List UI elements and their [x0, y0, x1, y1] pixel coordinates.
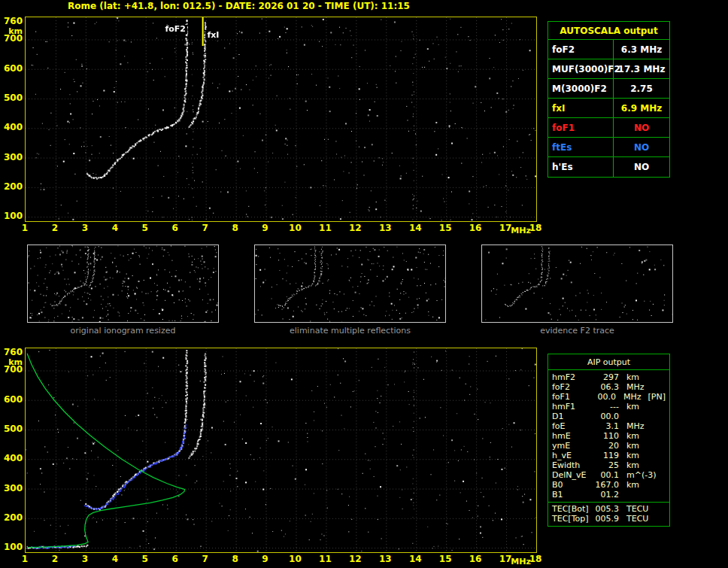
aip-row-note [651, 372, 666, 382]
aip-row: foE3.1MHz [548, 421, 669, 431]
autoscala-row-label: ftEs [548, 138, 614, 156]
x-tick-label: 16 [469, 223, 482, 233]
aip-row-value: 297 [594, 372, 619, 382]
aip-row-note [651, 441, 666, 451]
autoscala-output-table: AUTOSCALA output foF26.3 MHzMUF(3000)F21… [548, 21, 670, 178]
aip-row-note [651, 490, 666, 500]
aip-row-note [651, 470, 666, 480]
panel-original-ionogram [27, 245, 219, 323]
x-tick-label: 16 [469, 554, 482, 564]
aip-tec-unit: TECU [619, 504, 657, 514]
x-tick-label: 7 [202, 223, 208, 233]
x-tick-label: 18 [529, 554, 542, 564]
aip-row-label: hmF1 [552, 402, 594, 412]
aip-row: foF100.0MHz[PN] [548, 392, 669, 402]
x-tick-label: 10 [289, 223, 302, 233]
autoscala-row-value: NO [614, 118, 669, 137]
aip-row: Ewidth25km [548, 460, 669, 470]
x-tick-label: 18 [529, 223, 542, 233]
y-tick-label: 200 [0, 513, 23, 523]
aip-row-value: --- [594, 402, 619, 412]
aip-row-value: 25 [594, 460, 619, 470]
aip-tec-row: TEC[Top]005.9TECU [548, 514, 669, 524]
x-tick-label: 3 [82, 554, 88, 564]
aip-row-label: B0 [552, 480, 594, 490]
trace-annotation-label: fxI [205, 31, 220, 40]
autoscala-row-value: 6.9 MHz [614, 99, 669, 117]
y-tick-label: 300 [0, 484, 23, 494]
aip-row: foF206.3MHz [548, 382, 669, 392]
panel-caption-original: original ionogram resized [27, 326, 219, 336]
x-tick-label: 17 [499, 554, 512, 564]
panel-original-ionogram-canvas [28, 245, 218, 322]
aip-row-label: hmE [552, 431, 594, 441]
aip-row-unit [619, 412, 651, 421]
aip-row-label: h_vE [552, 451, 594, 460]
y-tick-label: 760 [0, 17, 23, 26]
aip-row: h_vE119km [548, 451, 669, 460]
autoscala-row-label: foF1 [548, 118, 614, 137]
x-tick-label: 11 [319, 223, 332, 233]
x-tick-label: 15 [439, 554, 452, 564]
panel-eliminate-reflections-canvas [255, 245, 445, 322]
aip-row-unit: MHz [616, 392, 647, 402]
x-tick-label: 6 [172, 223, 178, 233]
profile-ionogram-canvas [25, 348, 537, 553]
x-tick-label: 5 [142, 223, 148, 233]
x-tick-label: 12 [349, 223, 362, 233]
aip-tec-block: TEC[Bot]005.3TECUTEC[Top]005.9TECU [548, 502, 669, 524]
aip-row-unit: km [619, 372, 651, 382]
x-tick-label: 9 [262, 554, 268, 564]
profile-ionogram-plot: 760700600500400300200100km12345678910111… [0, 348, 543, 568]
x-tick-label: 2 [52, 223, 58, 233]
aip-row: D100.0 [548, 412, 669, 421]
aip-row-note [651, 402, 666, 412]
x-tick-label: 12 [349, 554, 362, 564]
autoscala-row-label: foF2 [548, 40, 614, 59]
aip-table-header: AIP output [548, 354, 669, 370]
x-tick-label: 13 [379, 554, 392, 564]
aip-row: ymE20km [548, 441, 669, 451]
aip-row-value: 00.1 [594, 470, 619, 480]
aip-row-unit: km [619, 451, 651, 460]
y-tick-label: 100 [0, 211, 23, 221]
y-tick-label: 200 [0, 182, 23, 192]
autoscala-row: foF1NO [548, 118, 669, 138]
autoscala-table-rows: foF26.3 MHzMUF(3000)F217.3 MHzM(3000)F22… [548, 40, 669, 177]
aip-tec-value: 005.9 [594, 514, 619, 524]
y-tick-label: 500 [0, 93, 23, 103]
aip-row-note [651, 431, 666, 441]
aip-row-note [651, 460, 666, 470]
panel-evidence-f2-trace-canvas [482, 245, 672, 322]
aip-row-note: [PN] [647, 392, 666, 402]
aip-row: hmF2297km [548, 372, 669, 382]
aip-row-label: DelN_vE [552, 470, 594, 480]
aip-row-value: 01.2 [594, 490, 619, 500]
y-tick-label: 600 [0, 395, 23, 405]
autoscala-row-value: NO [614, 157, 669, 177]
x-tick-label: 4 [112, 554, 118, 564]
autoscala-row: h'EsNO [548, 157, 669, 177]
aip-output-table: AIP output hmF2297kmfoF206.3MHzfoF100.0M… [548, 354, 670, 527]
page-title: Rome (lat: +41.8, lon: 012.5) - DATE: 20… [68, 1, 410, 11]
aip-row-note [651, 451, 666, 460]
y-tick-label: 760 [0, 348, 23, 357]
aip-row-value: 119 [594, 451, 619, 460]
panel-caption-eliminate: eliminate multiple reflections [254, 326, 446, 336]
aip-row-label: foF2 [552, 382, 594, 392]
x-tick-label: 8 [232, 223, 238, 233]
x-tick-label: 13 [379, 223, 392, 233]
panel-caption-evidence: evidence F2 trace [481, 326, 673, 336]
panel-eliminate-reflections [254, 245, 446, 323]
aip-row-label: foF1 [552, 392, 592, 402]
aip-row-unit: km [619, 431, 651, 441]
x-tick-label: 17 [499, 223, 512, 233]
aip-table-rows: hmF2297kmfoF206.3MHzfoF100.0MHz[PN]hmF1-… [548, 370, 669, 524]
aip-row-label: B1 [552, 490, 594, 500]
aip-row-value: 110 [594, 431, 619, 441]
aip-row-note [651, 412, 666, 421]
aip-row-unit: MHz [619, 421, 651, 431]
aip-row: hmF1---km [548, 402, 669, 412]
aip-row-note [651, 480, 666, 490]
x-tick-label: 8 [232, 554, 238, 564]
